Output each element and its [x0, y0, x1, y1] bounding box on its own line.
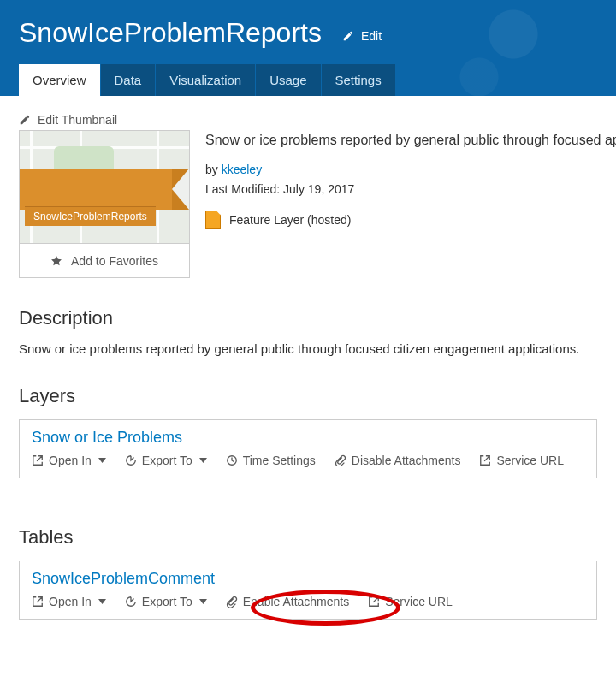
table-export-to-button[interactable]: Export To — [125, 595, 207, 608]
export-icon — [125, 596, 137, 608]
layer-panel: Snow or Ice Problems Open In Export To T… — [19, 419, 597, 478]
thumbnail-image: SnowIceProblemReports — [19, 130, 190, 244]
page-title: SnowIceProblemReports — [19, 17, 322, 49]
external-link-icon — [479, 454, 491, 466]
page-header: SnowIceProblemReports Edit Overview Data… — [0, 0, 616, 96]
tab-overview[interactable]: Overview — [19, 64, 101, 96]
caret-down-icon — [98, 599, 106, 604]
item-summary: Snow or ice problems reported by general… — [205, 130, 616, 278]
description-body: Snow or ice problems reported by general… — [19, 341, 597, 356]
edit-title-button[interactable]: Edit — [342, 29, 382, 43]
layer-export-to-button[interactable]: Export To — [125, 454, 207, 467]
star-icon — [50, 255, 62, 267]
layers-heading: Layers — [19, 385, 597, 407]
pencil-icon — [19, 114, 31, 126]
caret-down-icon — [199, 599, 207, 604]
layer-service-url-button[interactable]: Service URL — [479, 454, 564, 467]
table-open-in-button[interactable]: Open In — [32, 595, 106, 608]
summary-text: Snow or ice problems reported by general… — [205, 130, 616, 151]
edit-thumbnail-button[interactable]: Edit Thumbnail — [19, 113, 117, 127]
tab-usage[interactable]: Usage — [256, 64, 321, 96]
tab-data[interactable]: Data — [101, 64, 157, 96]
add-to-favorites-button[interactable]: Add to Favorites — [19, 244, 190, 278]
clock-icon — [226, 454, 238, 466]
paperclip-icon — [226, 596, 238, 608]
caret-down-icon — [98, 458, 106, 463]
last-modified: Last Modified: July 19, 2017 — [205, 181, 616, 199]
table-panel: SnowIceProblemComment Open In Export To … — [19, 561, 597, 620]
layer-name-link[interactable]: Snow or Ice Problems — [32, 429, 182, 446]
feature-layer-icon — [205, 211, 221, 229]
edit-thumbnail-label: Edit Thumbnail — [38, 113, 117, 127]
author-link[interactable]: kkeeley — [222, 163, 262, 176]
pencil-icon — [342, 30, 354, 42]
edit-title-label: Edit — [361, 29, 382, 43]
tables-heading: Tables — [19, 526, 597, 549]
paperclip-icon — [335, 454, 346, 466]
layer-open-in-button[interactable]: Open In — [32, 454, 106, 467]
item-type-label: Feature Layer (hosted) — [229, 211, 351, 229]
layer-time-settings-button[interactable]: Time Settings — [226, 454, 316, 467]
open-in-icon — [32, 596, 44, 608]
open-in-icon — [32, 454, 44, 466]
add-to-favorites-label: Add to Favorites — [71, 254, 158, 268]
caret-down-icon — [199, 458, 207, 463]
tab-settings[interactable]: Settings — [322, 64, 396, 96]
table-attachments-button[interactable]: Enable Attachments — [226, 595, 350, 608]
description-heading: Description — [19, 307, 597, 329]
table-name-link[interactable]: SnowIceProblemComment — [32, 570, 215, 587]
tab-visualization[interactable]: Visualization — [156, 64, 256, 96]
tabs: Overview Data Visualization Usage Settin… — [19, 64, 597, 96]
table-service-url-button[interactable]: Service URL — [368, 595, 453, 608]
layer-attachments-button[interactable]: Disable Attachments — [335, 454, 461, 467]
export-icon — [125, 454, 137, 466]
external-link-icon — [368, 596, 380, 608]
thumbnail-ribbon-text: SnowIceProblemReports — [25, 206, 156, 226]
byline-prefix: by — [205, 163, 222, 176]
